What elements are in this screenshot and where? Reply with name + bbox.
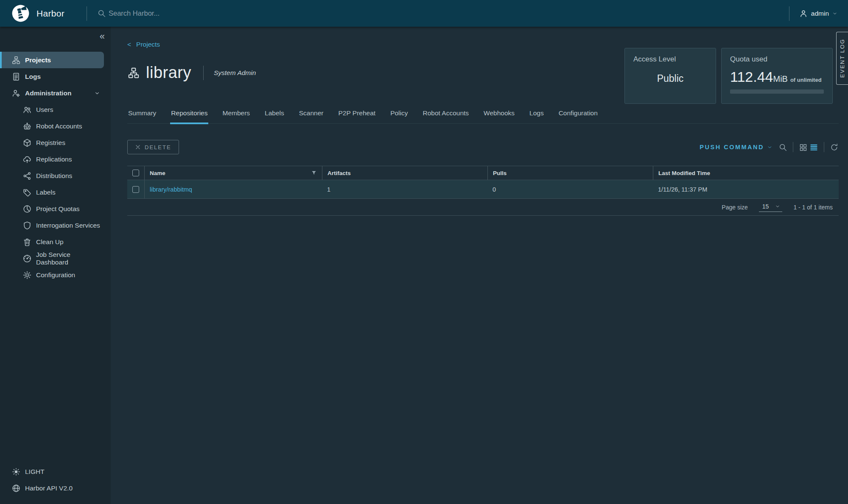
sidebar-item-job-service-dashboard[interactable]: Job Service Dashboard (0, 250, 104, 267)
tab-configuration[interactable]: Configuration (558, 109, 599, 124)
dashboard-icon (22, 254, 32, 263)
access-level-label: Access Level (633, 55, 707, 64)
sidebar-item-label: Clean Up (36, 238, 64, 246)
sidebar-item-label: Logs (25, 73, 41, 81)
user-menu[interactable]: admin (799, 9, 838, 18)
breadcrumb-label: Projects (136, 41, 160, 48)
tab-scanner[interactable]: Scanner (298, 109, 325, 124)
access-level-card: Access Level Public (624, 48, 716, 104)
breadcrumb-back-icon: < (127, 41, 131, 48)
page-size-select[interactable]: 15 (759, 202, 783, 212)
main-content: < Projects library System Admin Access L… (111, 27, 848, 504)
quota-progress-bar (730, 89, 824, 94)
column-header-pulls[interactable]: Pulls (487, 166, 653, 180)
tab-bar: Summary Repositories Members Labels Scan… (127, 109, 839, 124)
tab-repositories[interactable]: Repositories (170, 109, 208, 124)
sidebar-item-label: Configuration (36, 271, 75, 279)
tab-summary[interactable]: Summary (127, 109, 157, 124)
sidebar-item-users[interactable]: Users (0, 101, 104, 118)
tab-webhooks[interactable]: Webhooks (483, 109, 515, 124)
sidebar-item-label: Harbor API V2.0 (25, 485, 73, 492)
cloud-icon (22, 155, 32, 164)
toolbar-divider (793, 142, 793, 152)
sidebar-item-label: Registries (36, 139, 65, 147)
sidebar-item-label: Replications (36, 156, 72, 163)
tab-members[interactable]: Members (221, 109, 251, 124)
sidebar-item-distributions[interactable]: Distributions (0, 167, 104, 184)
sidebar-item-label: Robot Accounts (36, 123, 82, 130)
header-search[interactable] (97, 9, 789, 18)
header-divider (789, 6, 789, 21)
sidebar-item-label: Job Service Dashboard (36, 251, 104, 266)
users-icon (22, 105, 32, 114)
tab-logs[interactable]: Logs (529, 109, 545, 124)
sidebar-item-registries[interactable]: Registries (0, 134, 104, 151)
table-footer: Page size 15 1 - 1 of 1 items (127, 199, 839, 216)
column-header-last-modified[interactable]: Last Modified Time (653, 166, 839, 180)
filter-icon[interactable] (311, 170, 317, 176)
repositories-table: Name Artifacts Pulls Last Modified Time … (127, 166, 839, 216)
theme-toggle-light[interactable]: LIGHT (0, 463, 104, 480)
sidebar-item-label: Project Quotas (36, 205, 80, 213)
cube-icon (22, 138, 32, 148)
sidebar-item-administration[interactable]: Administration (0, 85, 104, 101)
tab-p2p-preheat[interactable]: P2P Preheat (338, 109, 377, 124)
sidebar-item-replications[interactable]: Replications (0, 151, 104, 167)
select-all-checkbox[interactable] (132, 170, 139, 176)
tab-policy[interactable]: Policy (389, 109, 409, 124)
tab-robot-accounts[interactable]: Robot Accounts (422, 109, 470, 124)
delete-button[interactable]: DELETE (127, 140, 179, 154)
breadcrumb[interactable]: < Projects (127, 41, 160, 48)
sidebar-item-label: Users (36, 106, 53, 114)
sidebar-item-project-quotas[interactable]: Project Quotas (0, 200, 104, 217)
shield-icon (22, 221, 32, 230)
projects-icon (11, 56, 21, 65)
card-view-icon[interactable] (799, 143, 808, 152)
push-command-dropdown[interactable]: PUSH COMMAND (700, 144, 773, 150)
event-log-label: EVENT LOG (839, 39, 845, 78)
search-input[interactable] (109, 9, 287, 17)
row-checkbox[interactable] (132, 186, 139, 193)
administration-icon (11, 89, 21, 98)
cell-last-modified: 1/11/26, 11:37 PM (653, 180, 839, 198)
sidebar-item-label: Projects (25, 56, 51, 64)
sidebar-item-interrogation-services[interactable]: Interrogation Services (0, 217, 104, 234)
quota-suffix: of unlimited (790, 77, 822, 83)
column-header-name[interactable]: Name (150, 170, 165, 176)
refresh-icon[interactable] (830, 143, 839, 152)
search-repos-icon[interactable] (778, 143, 787, 152)
sidebar-item-label: Interrogation Services (36, 222, 100, 229)
sidebar: « Projects Logs Administration Users (0, 27, 111, 504)
column-header-artifacts[interactable]: Artifacts (322, 166, 487, 180)
sidebar-item-clean-up[interactable]: Clean Up (0, 234, 104, 250)
sidebar-item-label: LIGHT (25, 468, 45, 476)
sidebar-item-labels[interactable]: Labels (0, 184, 104, 200)
sidebar-item-logs[interactable]: Logs (0, 68, 104, 85)
quota-used-card: Quota used 112.44MiBof unlimited (721, 48, 833, 104)
push-command-label: PUSH COMMAND (700, 144, 764, 150)
pagination-range: 1 - 1 of 1 items (793, 204, 833, 211)
sun-icon (11, 467, 21, 476)
chevron-down-icon (832, 11, 838, 17)
sidebar-collapse-icon[interactable]: « (100, 32, 105, 43)
repo-link[interactable]: library/rabbitmq (150, 186, 192, 193)
chevron-down-icon (94, 90, 101, 97)
share-icon (22, 171, 32, 181)
table-header-row: Name Artifacts Pulls Last Modified Time (127, 166, 839, 180)
user-icon (799, 9, 808, 18)
sidebar-item-configuration[interactable]: Configuration (0, 267, 104, 283)
summary-cards: Access Level Public Quota used 112.44MiB… (624, 48, 833, 104)
title-divider (203, 66, 204, 80)
sidebar-item-harbor-api[interactable]: Harbor API V2.0 (0, 480, 104, 496)
quota-used-label: Quota used (730, 55, 824, 64)
harbor-logo[interactable]: Harbor (0, 4, 64, 22)
page-size-label: Page size (722, 204, 747, 211)
table-row: library/rabbitmq 1 0 1/11/26, 11:37 PM (127, 180, 839, 199)
sidebar-item-projects[interactable]: Projects (0, 52, 104, 68)
close-icon (135, 144, 141, 150)
sidebar-item-robot-accounts[interactable]: Robot Accounts (0, 118, 104, 134)
list-view-icon[interactable] (809, 143, 818, 152)
brand-title: Harbor (36, 8, 64, 19)
tab-labels[interactable]: Labels (264, 109, 285, 124)
event-log-tab[interactable]: EVENT LOG (836, 32, 848, 85)
